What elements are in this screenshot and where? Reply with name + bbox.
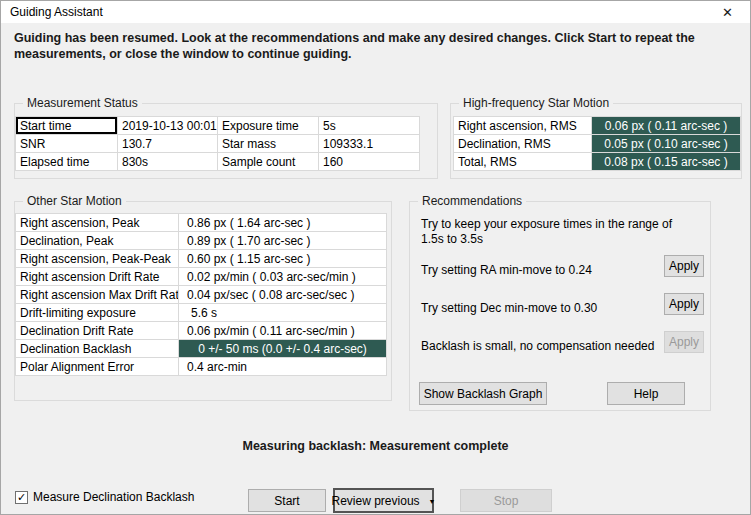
guiding-assistant-window: Guiding Assistant ✕ Guiding has been res… <box>0 0 751 515</box>
checkbox-box[interactable]: ✓ <box>15 491 28 504</box>
grid-cell-elapsed-time[interactable]: Elapsed time <box>16 153 118 171</box>
apply-ra-min-move-button[interactable]: Apply <box>664 255 704 277</box>
grid-cell-start-time[interactable]: Start time <box>16 117 118 135</box>
close-icon: ✕ <box>722 6 733 19</box>
recommendation-ra-min-move: Try setting RA min-move to 0.24 <box>421 263 656 278</box>
review-previous-label: Review previous <box>332 494 420 508</box>
grid-cell-exposure-time[interactable]: Exposure time <box>218 117 319 135</box>
grid-cell-dec-backlash[interactable]: Declination Backlash <box>16 340 179 358</box>
grid-cell-drift-limiting-exposure-value[interactable]: 5.6 s <box>179 304 387 322</box>
measurement-status-table: Start time 2019-10-13 00:01:09 Exposure … <box>15 116 420 171</box>
table-row: Right ascension Drift Rate 0.02 px/min (… <box>16 268 387 286</box>
grid-cell-ra-peak-peak-value[interactable]: 0.60 px ( 1.15 arc-sec ) <box>179 250 387 268</box>
measure-declination-backlash-checkbox[interactable]: ✓ Measure Declination Backlash <box>15 490 194 504</box>
apply-dec-min-move-button[interactable]: Apply <box>664 293 704 315</box>
instructions-line2: measurements, or close the window to con… <box>14 47 738 63</box>
recommendation-backlash: Backlash is small, no compensation neede… <box>421 339 656 354</box>
apply-backlash-button[interactable]: Apply <box>664 331 704 353</box>
table-row: Declination Backlash 0 +/- 50 ms (0.0 +/… <box>16 340 387 358</box>
grid-cell-snr[interactable]: SNR <box>16 135 118 153</box>
table-row: Total, RMS 0.08 px ( 0.15 arc-sec ) <box>454 153 741 171</box>
table-row: SNR 130.7 Star mass 109333.1 <box>16 135 420 153</box>
checkmark-icon: ✓ <box>17 492 26 503</box>
table-row: Right ascension, Peak-Peak 0.60 px ( 1.1… <box>16 250 387 268</box>
grid-cell-ra-max-drift-rate[interactable]: Right ascension Max Drift Rate <box>16 286 179 304</box>
show-backlash-graph-button[interactable]: Show Backlash Graph <box>419 382 547 405</box>
table-row: Elapsed time 830s Sample count 160 <box>16 153 420 171</box>
grid-cell-ra-peak-peak[interactable]: Right ascension, Peak-Peak <box>16 250 179 268</box>
stop-button-label: Stop <box>494 494 519 508</box>
table-row: Drift-limiting exposure 5.6 s <box>16 304 387 322</box>
grid-cell-ra-rms[interactable]: Right ascension, RMS <box>454 117 592 135</box>
titlebar: Guiding Assistant ✕ <box>1 1 750 23</box>
show-backlash-graph-label: Show Backlash Graph <box>424 387 543 401</box>
grid-cell-sample-count[interactable]: Sample count <box>218 153 319 171</box>
stop-button[interactable]: Stop <box>460 489 552 512</box>
instructions-line1: Guiding has been resumed. Look at the re… <box>14 31 738 47</box>
grid-cell-polar-alignment-error[interactable]: Polar Alignment Error <box>16 358 179 376</box>
help-button-label: Help <box>634 387 659 401</box>
high-frequency-title: High-frequency Star Motion <box>459 96 613 110</box>
start-button[interactable]: Start <box>248 489 326 512</box>
table-row: Declination, Peak 0.89 px ( 1.70 arc-sec… <box>16 232 387 250</box>
grid-cell-dec-drift-rate-value[interactable]: 0.06 px/min ( 0.11 arc-sec/min ) <box>179 322 387 340</box>
grid-cell-ra-peak-value[interactable]: 0.86 px ( 1.64 arc-sec ) <box>179 214 387 232</box>
table-row: Right ascension, RMS 0.06 px ( 0.11 arc-… <box>454 117 741 135</box>
table-row: Start time 2019-10-13 00:01:09 Exposure … <box>16 117 420 135</box>
grid-cell-star-mass[interactable]: Star mass <box>218 135 319 153</box>
recommendation-dec-min-move: Try setting Dec min-move to 0.30 <box>421 301 656 316</box>
close-button[interactable]: ✕ <box>705 1 750 23</box>
grid-cell-dec-peak-value[interactable]: 0.89 px ( 1.70 arc-sec ) <box>179 232 387 250</box>
grid-cell-dec-drift-rate[interactable]: Declination Drift Rate <box>16 322 179 340</box>
apply-button-label: Apply <box>669 335 699 349</box>
help-button[interactable]: Help <box>607 382 685 405</box>
recommendations-title: Recommendations <box>418 194 526 208</box>
window-title: Guiding Assistant <box>1 5 103 19</box>
grid-cell-total-rms-value[interactable]: 0.08 px ( 0.15 arc-sec ) <box>592 153 741 171</box>
table-row: Right ascension Max Drift Rate 0.04 px/s… <box>16 286 387 304</box>
grid-cell-total-rms[interactable]: Total, RMS <box>454 153 592 171</box>
review-previous-button[interactable]: Review previous ▼ <box>333 488 434 513</box>
grid-cell-snr-value[interactable]: 130.7 <box>118 135 218 153</box>
grid-cell-polar-alignment-error-value[interactable]: 0.4 arc-min <box>179 358 387 376</box>
other-star-motion-table: Right ascension, Peak 0.86 px ( 1.64 arc… <box>15 213 387 376</box>
table-row: Declination, RMS 0.05 px ( 0.10 arc-sec … <box>454 135 741 153</box>
table-row: Polar Alignment Error 0.4 arc-min <box>16 358 387 376</box>
grid-cell-dec-peak[interactable]: Declination, Peak <box>16 232 179 250</box>
grid-cell-dec-rms[interactable]: Declination, RMS <box>454 135 592 153</box>
grid-cell-star-mass-value[interactable]: 109333.1 <box>319 135 420 153</box>
table-row: Right ascension, Peak 0.86 px ( 1.64 arc… <box>16 214 387 232</box>
backlash-status-text: Measuring backlash: Measurement complete <box>1 439 750 453</box>
grid-cell-exposure-time-value[interactable]: 5s <box>319 117 420 135</box>
grid-cell-ra-drift-rate-value[interactable]: 0.02 px/min ( 0.03 arc-sec/min ) <box>179 268 387 286</box>
grid-cell-drift-limiting-exposure[interactable]: Drift-limiting exposure <box>16 304 179 322</box>
grid-cell-ra-max-drift-rate-value[interactable]: 0.04 px/sec ( 0.08 arc-sec/sec ) <box>179 286 387 304</box>
apply-button-label: Apply <box>669 259 699 273</box>
instructions-text: Guiding has been resumed. Look at the re… <box>14 31 738 62</box>
recommendation-exposure-range: Try to keep your exposure times in the r… <box>421 217 687 247</box>
grid-cell-dec-backlash-value[interactable]: 0 +/- 50 ms (0.0 +/- 0.4 arc-sec) <box>179 340 387 358</box>
grid-cell-elapsed-time-value[interactable]: 830s <box>118 153 218 171</box>
grid-cell-ra-peak[interactable]: Right ascension, Peak <box>16 214 179 232</box>
dropdown-arrow-icon: ▼ <box>429 498 436 505</box>
table-row: Declination Drift Rate 0.06 px/min ( 0.1… <box>16 322 387 340</box>
grid-cell-sample-count-value[interactable]: 160 <box>319 153 420 171</box>
grid-cell-ra-rms-value[interactable]: 0.06 px ( 0.11 arc-sec ) <box>592 117 741 135</box>
grid-cell-dec-rms-value[interactable]: 0.05 px ( 0.10 arc-sec ) <box>592 135 741 153</box>
high-frequency-table: Right ascension, RMS 0.06 px ( 0.11 arc-… <box>453 116 741 171</box>
checkbox-label: Measure Declination Backlash <box>33 490 194 504</box>
start-button-label: Start <box>274 494 299 508</box>
apply-button-label: Apply <box>669 297 699 311</box>
other-star-motion-title: Other Star Motion <box>23 194 126 208</box>
measurement-status-title: Measurement Status <box>23 96 142 110</box>
dialog-content: Guiding has been resumed. Look at the re… <box>1 23 750 514</box>
grid-cell-start-time-value[interactable]: 2019-10-13 00:01:09 <box>118 117 218 135</box>
grid-cell-ra-drift-rate[interactable]: Right ascension Drift Rate <box>16 268 179 286</box>
